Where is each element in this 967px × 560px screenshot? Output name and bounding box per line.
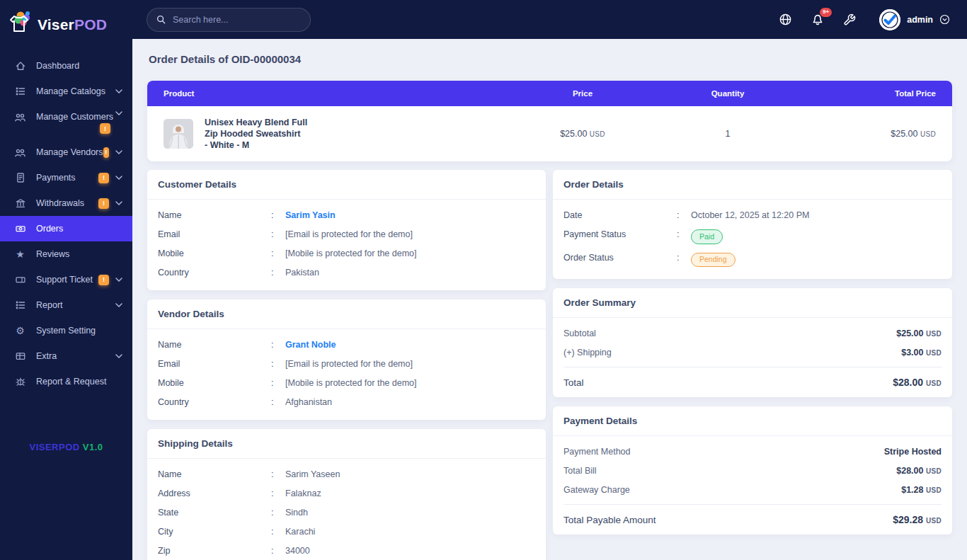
topbar-actions: 9+ admin: [779, 9, 950, 30]
card-title: Shipping Details: [147, 429, 546, 459]
detail-row: Name: Sarim Yaseen: [158, 469, 535, 480]
alert-badge: !: [100, 123, 110, 134]
page-title: Order Details of OID-00000034: [149, 53, 952, 65]
gear-icon: ⚙: [14, 325, 26, 337]
vendor-name-link[interactable]: Grant Noble: [285, 340, 336, 350]
detail-row: Name: Grant Noble: [158, 340, 535, 350]
sidebar-item-manage-customers[interactable]: Manage Customers !: [0, 104, 132, 139]
order-summary-card: Order Summary Subtotal $25.00 USD (+) Sh…: [553, 288, 952, 397]
username: admin: [907, 15, 933, 25]
product-name: Unisex Heavy Blend Full Zip Hooded Sweat…: [205, 117, 307, 151]
detail-row: Mobile: [Mobile is protected for the dem…: [158, 248, 535, 259]
sidebar-item-report[interactable]: Report: [0, 292, 132, 318]
chevron-down-icon: [115, 111, 122, 115]
product-image: [164, 119, 193, 149]
alert-badge: !: [103, 147, 109, 158]
sidebar-item-dashboard[interactable]: Dashboard: [0, 53, 132, 79]
table-header: Product Price Quantity Total Price: [147, 81, 952, 106]
main-content: Order Details of OID-00000034 Product Pr…: [132, 0, 967, 560]
notifications-bell-icon[interactable]: 9+: [811, 13, 824, 26]
detail-row: Zip: 34000: [158, 546, 535, 556]
invoice-icon: [14, 172, 26, 184]
search-input[interactable]: [147, 8, 311, 32]
total-payable-row: Total Payable Amount $29.28 USD: [563, 504, 942, 525]
sidebar-item-manage-catalogs[interactable]: Manage Catalogs: [0, 79, 132, 104]
list-icon: [14, 86, 26, 98]
table-icon: [14, 350, 26, 362]
profile-menu[interactable]: admin: [879, 9, 950, 30]
search-box: [147, 8, 311, 32]
sidebar-nav: Dashboard Manage Catalogs Manage Custome…: [0, 53, 132, 394]
ticket-icon: [14, 274, 26, 286]
sidebar-item-payments[interactable]: Payments !: [0, 165, 132, 190]
detail-row: Email: [Email is protected for the demo]: [158, 229, 535, 240]
detail-row: Payment Status: Paid: [563, 229, 942, 244]
bug-icon: [14, 376, 26, 388]
home-icon: [14, 60, 26, 72]
product-cell: Unisex Heavy Blend Full Zip Hooded Sweat…: [147, 117, 494, 151]
language-globe-icon[interactable]: [779, 13, 792, 26]
order-status-badge: Pending: [691, 253, 736, 268]
payment-status-badge: Paid: [691, 229, 723, 244]
table-row: Unisex Heavy Blend Full Zip Hooded Sweat…: [147, 106, 952, 161]
order-details-card: Order Details Date: October 12, 2025 at …: [553, 170, 952, 279]
bank-icon: [14, 198, 26, 210]
total-payable-value: $29.28 USD: [893, 514, 942, 525]
payment-row: Payment Method Stripe Hosted: [563, 447, 942, 457]
sidebar-item-system-setting[interactable]: ⚙ System Setting: [0, 318, 132, 343]
notification-count-badge: 9+: [820, 8, 832, 17]
chevron-down-icon: [115, 303, 122, 307]
avatar: [879, 9, 900, 30]
shipping-details-card: Shipping Details Name: Sarim Yaseen Addr…: [147, 429, 546, 560]
payment-row: Total Bill $28.00 USD: [563, 466, 942, 476]
chevron-down-icon: [115, 176, 122, 180]
detail-row: Country: Afghanistan: [158, 397, 535, 408]
total-row: Total $28.00 USD: [563, 367, 942, 388]
quantity-value: 1: [671, 129, 784, 139]
left-column: Customer Details Name: Sarim Yasin Email…: [147, 170, 546, 560]
brand-name: ViserPOD: [38, 16, 107, 33]
col-total-price: Total Price: [784, 89, 952, 98]
card-title: Payment Details: [553, 406, 952, 436]
col-quantity: Quantity: [671, 89, 784, 98]
vendor-details-card: Vendor Details Name: Grant Noble Email: …: [147, 299, 546, 420]
chevron-down-icon: [115, 89, 122, 93]
card-title: Vendor Details: [147, 299, 546, 329]
report-list-icon: [14, 299, 26, 312]
card-title: Customer Details: [147, 170, 546, 200]
card-title: Order Summary: [553, 288, 952, 318]
customer-details-card: Customer Details Name: Sarim Yasin Email…: [147, 170, 546, 290]
search-icon: [156, 14, 166, 28]
sidebar-item-extra[interactable]: Extra: [0, 343, 132, 369]
topbar: 9+ admin: [132, 0, 967, 39]
cash-icon: [14, 223, 26, 235]
sidebar: ViserPOD Dashboard Manage Catalogs Manag…: [0, 0, 132, 560]
customer-name-link[interactable]: Sarim Yasin: [285, 210, 336, 221]
chevron-down-icon: [115, 354, 122, 358]
order-date: October 12, 2025 at 12:20 PM: [691, 210, 809, 221]
col-price: Price: [494, 89, 671, 98]
sidebar-item-support-ticket[interactable]: Support Ticket !: [0, 267, 132, 292]
star-icon: ★: [14, 248, 26, 261]
sidebar-item-report-and-request[interactable]: Report & Request: [0, 369, 132, 394]
gateway-charge-value: $1.28 USD: [901, 485, 942, 495]
detail-row: Mobile: [Mobile is protected for the dem…: [158, 378, 535, 389]
sidebar-item-manage-vendors[interactable]: Manage Vendors !: [0, 139, 132, 165]
sidebar-item-orders[interactable]: Orders: [0, 216, 132, 241]
sidebar-item-reviews[interactable]: ★ Reviews: [0, 241, 132, 267]
card-title: Order Details: [553, 170, 952, 200]
chevron-down-icon: [115, 278, 122, 282]
brand-logo[interactable]: ViserPOD: [0, 0, 132, 46]
sidebar-item-withdrawals[interactable]: Withdrawals !: [0, 190, 132, 216]
chevron-down-icon: [115, 201, 122, 205]
detail-row: Date: October 12, 2025 at 12:20 PM: [563, 210, 942, 221]
price-value: $25.00 USD: [494, 129, 671, 139]
detail-row: Address: Falaknaz: [158, 488, 535, 499]
app-version: VISERPOD V1.0: [0, 442, 132, 452]
alert-badge: !: [98, 275, 109, 285]
detail-row: City: Karachi: [158, 527, 535, 537]
right-column: Order Details Date: October 12, 2025 at …: [553, 170, 952, 544]
summary-row: (+) Shipping $3.00 USD: [563, 348, 942, 358]
payment-details-card: Payment Details Payment Method Stripe Ho…: [553, 406, 952, 535]
wrench-icon[interactable]: [843, 13, 856, 26]
